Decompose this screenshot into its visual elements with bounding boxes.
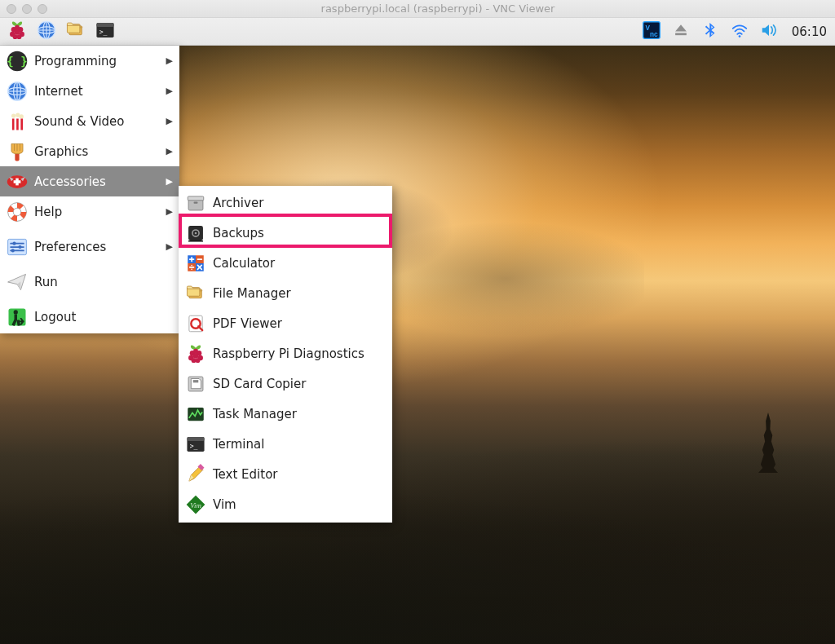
tray-vnc[interactable]: Vnc xyxy=(642,22,661,42)
submenu-item-label: PDF Viewer xyxy=(213,316,386,331)
submenu-item-label: Terminal xyxy=(213,437,386,452)
safe-icon xyxy=(183,221,208,245)
tray-volume[interactable] xyxy=(759,22,779,42)
svg-rect-37 xyxy=(20,118,23,130)
chevron-right-icon: ▶ xyxy=(166,86,173,96)
submenu-item-label: Task Manager xyxy=(213,407,386,421)
menu-item-preferences[interactable]: Preferences ▶ xyxy=(0,232,179,262)
raspberry-icon xyxy=(183,342,208,366)
menu-item-label: Accessories xyxy=(34,174,166,189)
svg-rect-92 xyxy=(193,380,199,382)
launcher-terminal[interactable]: >_ xyxy=(93,20,117,43)
svg-rect-95 xyxy=(187,437,204,441)
application-menu: { } Programming ▶ Internet ▶ Sound & Vid… xyxy=(0,46,179,333)
menu-item-label: Internet xyxy=(34,84,166,99)
submenu-item-pdf-viewer[interactable]: PDF Viewer xyxy=(179,308,392,338)
menu-item-internet[interactable]: Internet ▶ xyxy=(0,76,179,106)
submenu-item-label: Backups xyxy=(213,226,386,240)
submenu-item-calculator[interactable]: Calculator xyxy=(179,248,392,278)
lifebuoy-icon xyxy=(5,200,29,224)
svg-text:{ }: { } xyxy=(7,55,27,68)
svg-rect-35 xyxy=(12,118,15,130)
submenu-item-label: SD Card Copier xyxy=(213,377,386,391)
minimize-window-button[interactable] xyxy=(22,4,32,14)
vnc-icon: Vnc xyxy=(643,21,660,42)
clock[interactable]: 06:10 xyxy=(789,24,827,39)
launcher-web-browser[interactable] xyxy=(34,20,59,43)
vim-icon: Vim xyxy=(183,492,208,517)
chevron-right-icon: ▶ xyxy=(166,176,173,187)
folders-icon xyxy=(183,281,208,306)
globe-icon xyxy=(5,79,29,104)
menu-item-programming[interactable]: { } Programming ▶ xyxy=(0,46,179,76)
submenu-item-archiver[interactable]: Archiver xyxy=(179,187,392,218)
svg-rect-65 xyxy=(188,240,203,241)
menu-item-help[interactable]: Help ▶ xyxy=(0,196,179,227)
window-title: raspberrypi.local (raspberrypi) - VNC Vi… xyxy=(47,2,828,15)
sliders-icon xyxy=(5,235,29,259)
pdf-icon xyxy=(183,311,208,336)
svg-point-90 xyxy=(196,358,201,363)
submenu-item-sd-card-copier[interactable]: SD Card Copier xyxy=(179,368,392,399)
submenu-item-label: Raspberry Pi Diagnostics xyxy=(213,346,386,361)
wifi-icon xyxy=(731,21,749,42)
menu-item-accessories[interactable]: Accessories ▶ xyxy=(0,166,179,196)
svg-text:>_: >_ xyxy=(190,441,198,449)
accessories-submenu: Archiver Backups Calculator File Manager… xyxy=(179,186,392,523)
tray-eject[interactable] xyxy=(671,22,691,42)
submenu-item-terminal[interactable]: >_ Terminal xyxy=(179,429,392,459)
submenu-item-label: Vim xyxy=(213,497,386,512)
tray-wifi[interactable] xyxy=(730,22,749,42)
globe-icon xyxy=(36,20,57,44)
exit-icon xyxy=(5,305,29,329)
menu-item-label: Graphics xyxy=(34,144,166,159)
brush-icon xyxy=(5,139,29,164)
svg-text:Vim: Vim xyxy=(190,501,201,509)
submenu-item-text-editor[interactable]: Text Editor xyxy=(179,459,392,489)
svg-rect-56 xyxy=(15,314,18,320)
submenu-item-task-manager[interactable]: Task Manager xyxy=(179,399,392,429)
taskman-icon xyxy=(183,402,208,426)
menu-item-graphics[interactable]: Graphics ▶ xyxy=(0,136,179,166)
svg-rect-22 xyxy=(675,33,687,35)
sdcard-icon xyxy=(183,372,208,396)
svg-point-7 xyxy=(17,34,22,39)
zoom-window-button[interactable] xyxy=(38,4,47,14)
svg-point-2 xyxy=(15,24,20,29)
submenu-item-label: Text Editor xyxy=(213,467,386,482)
svg-text:>_: >_ xyxy=(99,27,108,35)
tray-bluetooth[interactable] xyxy=(700,22,720,42)
menu-item-logout[interactable]: Logout xyxy=(0,302,179,332)
taskbar-launchers: >_ xyxy=(5,20,117,43)
chevron-right-icon: ▶ xyxy=(166,116,173,126)
svg-point-23 xyxy=(738,35,740,37)
svg-point-74 xyxy=(191,264,192,266)
menu-item-label: Programming xyxy=(34,54,166,68)
pencil-icon xyxy=(183,462,208,487)
menu-item-label: Preferences xyxy=(34,240,166,254)
terminal-icon: >_ xyxy=(183,432,208,457)
calc-icon xyxy=(183,251,208,276)
svg-point-52 xyxy=(18,245,21,248)
swiss-icon xyxy=(5,170,29,194)
raspberry-icon xyxy=(7,20,28,44)
svg-point-55 xyxy=(14,310,18,314)
taskbar-tray: Vnc06:10 xyxy=(642,22,830,42)
remote-desktop[interactable]: >_ Vnc06:10 { } Programming ▶ Internet ▶… xyxy=(0,18,835,644)
submenu-item-file-manager[interactable]: File Manager xyxy=(179,278,392,308)
menu-item-label: Run xyxy=(34,275,173,289)
svg-point-64 xyxy=(195,232,197,234)
launcher-file-manager[interactable] xyxy=(64,20,88,43)
svg-point-75 xyxy=(191,268,192,270)
launcher-raspberry-menu[interactable] xyxy=(5,20,29,43)
folders-icon xyxy=(65,20,86,44)
window-controls xyxy=(7,4,47,14)
terminal-icon: >_ xyxy=(95,20,116,44)
submenu-item-backups[interactable]: Backups xyxy=(179,218,392,248)
submenu-item-diagnostics[interactable]: Raspberry Pi Diagnostics xyxy=(179,338,392,368)
menu-item-sound-video[interactable]: Sound & Video ▶ xyxy=(0,106,179,136)
menu-item-run[interactable]: Run xyxy=(0,267,179,297)
submenu-item-vim[interactable]: Vim Vim xyxy=(179,489,392,519)
close-window-button[interactable] xyxy=(7,4,16,14)
chevron-right-icon: ▶ xyxy=(166,55,173,66)
